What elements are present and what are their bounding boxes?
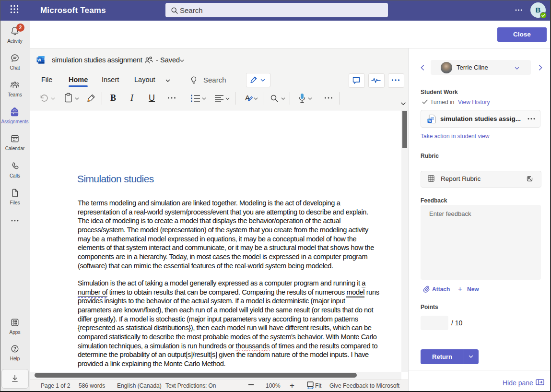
svg-text:W: W (37, 58, 42, 62)
svg-text:W: W (428, 119, 432, 122)
